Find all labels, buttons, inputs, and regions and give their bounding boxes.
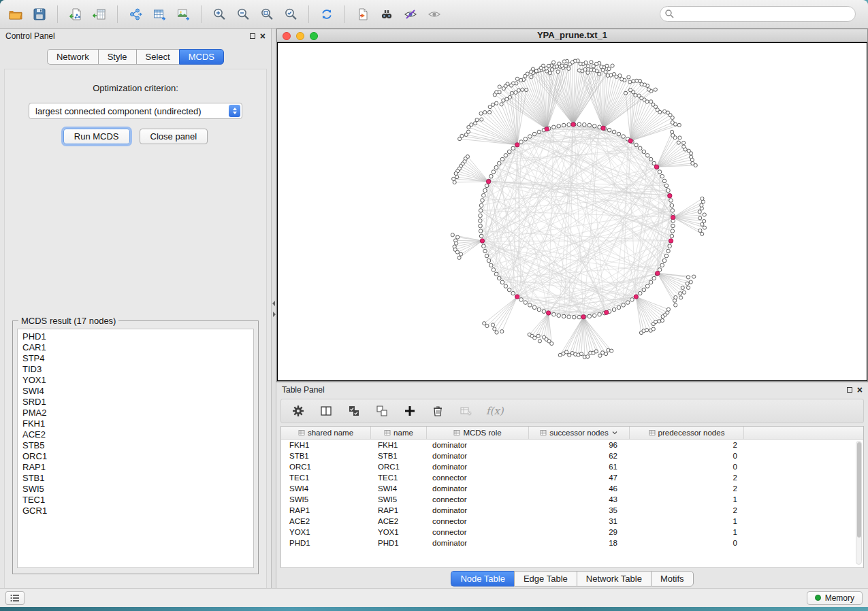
network-node[interactable] — [652, 161, 656, 165]
select-all-button[interactable] — [347, 403, 361, 418]
dominator-node[interactable] — [656, 271, 660, 275]
leaf-node[interactable] — [703, 213, 706, 216]
network-node[interactable] — [532, 132, 536, 136]
mcds-result-item[interactable]: SWI5 — [22, 484, 248, 495]
network-node[interactable] — [666, 188, 671, 193]
close-panel-button[interactable]: Close panel — [140, 129, 208, 144]
leaf-node[interactable] — [567, 67, 570, 70]
network-node[interactable] — [507, 288, 511, 292]
network-node[interactable] — [519, 298, 524, 302]
tab-select[interactable]: Select — [136, 49, 179, 65]
leaf-node[interactable] — [703, 226, 706, 229]
leaf-node[interactable] — [698, 216, 702, 220]
leaf-node[interactable] — [686, 286, 690, 289]
import-network-button[interactable] — [67, 5, 84, 23]
deselect-all-button[interactable] — [374, 403, 389, 418]
tab-edge-table[interactable]: Edge Table — [514, 571, 577, 587]
network-node[interactable] — [519, 140, 524, 144]
leaf-node[interactable] — [671, 120, 674, 124]
leaf-node[interactable] — [538, 340, 541, 343]
mcds-result-item[interactable]: RAP1 — [22, 462, 248, 473]
annotation-button[interactable] — [354, 5, 372, 23]
leaf-node[interactable] — [479, 112, 483, 115]
refresh-button[interactable] — [318, 5, 336, 23]
mcds-result-item[interactable]: STP4 — [22, 353, 248, 364]
leaf-node[interactable] — [698, 229, 702, 232]
network-node[interactable] — [487, 259, 491, 263]
leaf-node[interactable] — [483, 111, 487, 114]
mcds-result-item[interactable]: GCR1 — [22, 506, 248, 516]
leaf-node[interactable] — [464, 133, 468, 136]
mcds-result-item[interactable]: SWI4 — [22, 386, 248, 397]
column-header-shared-name[interactable]: shared name — [281, 427, 371, 439]
network-node[interactable] — [482, 193, 486, 197]
network-canvas[interactable] — [277, 42, 867, 381]
zoom-fit-button[interactable] — [258, 5, 276, 23]
table-row[interactable]: SWI4SWI4dominator462 — [281, 483, 855, 494]
dominator-node[interactable] — [601, 126, 605, 130]
collapse-right-icon[interactable] — [273, 312, 276, 317]
mcds-result-item[interactable]: TID3 — [22, 364, 248, 375]
network-node[interactable] — [671, 209, 675, 213]
leaf-node[interactable] — [671, 133, 675, 137]
run-mcds-button[interactable]: Run MCDS — [63, 129, 130, 144]
mcds-result-item[interactable]: ORC1 — [22, 451, 248, 462]
leaf-node[interactable] — [590, 68, 593, 71]
leaf-node[interactable] — [682, 141, 686, 144]
dominator-node[interactable] — [605, 310, 609, 314]
network-node[interactable] — [497, 161, 501, 165]
leaf-node[interactable] — [568, 63, 571, 66]
network-node[interactable] — [500, 157, 504, 161]
float-panel-icon[interactable] — [250, 33, 255, 39]
leaf-node[interactable] — [677, 123, 681, 127]
status-menu-button[interactable] — [5, 591, 25, 605]
leaf-node[interactable] — [550, 342, 553, 345]
dominator-node[interactable] — [669, 239, 673, 243]
network-node[interactable] — [592, 124, 596, 128]
table-row[interactable]: ORC1ORC1dominator610 — [281, 461, 855, 472]
leaf-node[interactable] — [686, 282, 689, 285]
leaf-node[interactable] — [586, 71, 590, 74]
network-node[interactable] — [607, 128, 611, 132]
show-columns-button[interactable] — [319, 403, 334, 418]
leaf-node[interactable] — [488, 105, 492, 109]
tab-motifs[interactable]: Motifs — [651, 571, 694, 587]
network-node[interactable] — [638, 291, 642, 295]
leaf-node[interactable] — [515, 77, 519, 80]
network-node[interactable] — [537, 308, 541, 312]
mcds-result-item[interactable]: PMA2 — [22, 408, 248, 418]
network-node[interactable] — [479, 224, 483, 228]
leaf-node[interactable] — [586, 65, 590, 68]
network-node[interactable] — [638, 146, 642, 150]
leaf-node[interactable] — [533, 336, 536, 340]
network-node[interactable] — [528, 135, 532, 139]
network-node[interactable] — [670, 203, 674, 208]
mcds-result-item[interactable]: TEC1 — [22, 495, 248, 506]
leaf-node[interactable] — [579, 62, 582, 65]
leaf-node[interactable] — [634, 93, 637, 97]
table-row[interactable]: FKH1FKH1dominator962 — [281, 440, 855, 450]
network-node[interactable] — [649, 280, 653, 284]
tab-mcds[interactable]: MCDS — [179, 49, 224, 65]
network-node[interactable] — [660, 263, 664, 267]
network-node[interactable] — [557, 124, 561, 128]
leaf-node[interactable] — [579, 352, 583, 355]
network-node[interactable] — [511, 146, 515, 150]
mcds-result-item[interactable]: SRD1 — [22, 397, 248, 408]
table-row[interactable]: YOX1YOX1connector291 — [281, 527, 855, 538]
leaf-node[interactable] — [666, 308, 670, 311]
network-node[interactable] — [642, 288, 646, 292]
network-node[interactable] — [664, 254, 669, 258]
leaf-node[interactable] — [604, 352, 607, 355]
network-node[interactable] — [524, 301, 528, 305]
leaf-node[interactable] — [606, 73, 609, 77]
leaf-node[interactable] — [525, 88, 528, 91]
leaf-node[interactable] — [502, 99, 505, 102]
leaf-node[interactable] — [459, 252, 462, 256]
minimize-window-icon[interactable] — [296, 32, 304, 40]
leaf-node[interactable] — [483, 322, 486, 325]
network-node[interactable] — [562, 123, 566, 127]
mcds-result-list[interactable]: PHD1CAR1STP4TID3YOX1SWI4SRD1PMA2FKH1ACE2… — [17, 329, 254, 568]
leaf-node[interactable] — [475, 118, 479, 122]
leaf-node[interactable] — [686, 276, 690, 279]
